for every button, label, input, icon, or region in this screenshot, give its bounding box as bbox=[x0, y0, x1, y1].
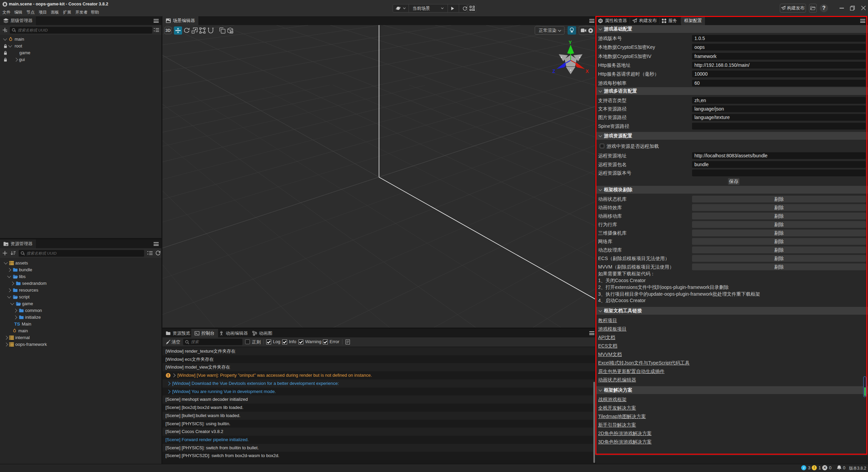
svg-text:Y: Y bbox=[569, 40, 572, 45]
svg-text:Z: Z bbox=[552, 68, 555, 74]
svg-text:X: X bbox=[586, 68, 589, 74]
